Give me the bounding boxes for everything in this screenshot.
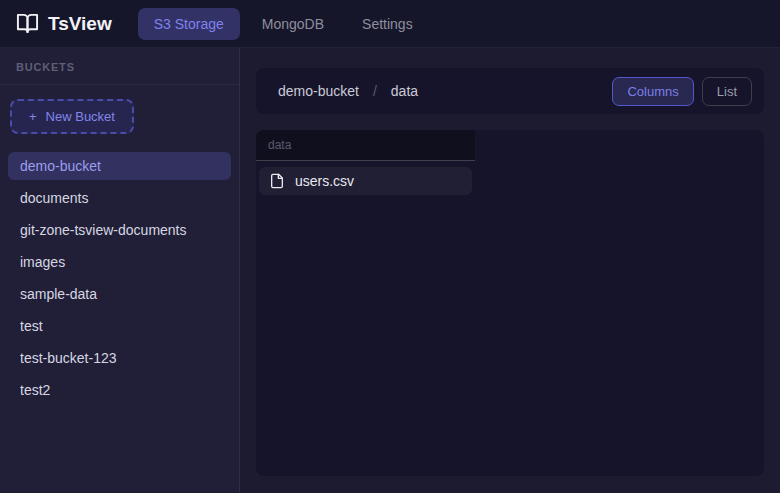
tab-mongodb[interactable]: MongoDB xyxy=(246,8,340,40)
bucket-item-git-zone-tsview-documents[interactable]: git-zone-tsview-documents xyxy=(8,216,231,244)
bucket-list: demo-bucket documents git-zone-tsview-do… xyxy=(0,152,239,404)
file-column-data: data users.csv xyxy=(256,130,475,476)
breadcrumb: demo-bucket / data xyxy=(278,83,418,99)
file-icon xyxy=(269,173,285,189)
tab-s3-storage[interactable]: S3 Storage xyxy=(138,8,240,40)
header-tabs: S3 Storage MongoDB Settings xyxy=(138,8,429,40)
tab-settings[interactable]: Settings xyxy=(346,8,429,40)
breadcrumb-bucket[interactable]: demo-bucket xyxy=(278,83,359,99)
new-bucket-label: New Bucket xyxy=(46,109,115,124)
bucket-item-sample-data[interactable]: sample-data xyxy=(8,280,231,308)
new-bucket-button[interactable]: + New Bucket xyxy=(10,99,134,134)
file-row-users-csv[interactable]: users.csv xyxy=(259,167,472,195)
view-toggle: Columns List xyxy=(612,77,752,106)
bucket-item-images[interactable]: images xyxy=(8,248,231,276)
file-browser-panel: data users.csv xyxy=(256,130,764,476)
main-content: demo-bucket / data Columns List data xyxy=(240,48,780,492)
bucket-item-test2[interactable]: test2 xyxy=(8,376,231,404)
breadcrumb-bar: demo-bucket / data Columns List xyxy=(256,68,764,114)
column-header: data xyxy=(256,130,475,161)
breadcrumb-separator: / xyxy=(373,83,377,99)
bucket-item-documents[interactable]: documents xyxy=(8,184,231,212)
bucket-item-demo-bucket[interactable]: demo-bucket xyxy=(8,152,231,180)
app-logo[interactable]: TsView xyxy=(16,12,112,35)
buckets-section-label: BUCKETS xyxy=(0,48,239,85)
layout: BUCKETS + New Bucket demo-bucket documen… xyxy=(0,48,780,492)
file-name: users.csv xyxy=(295,173,354,189)
columns-view-button[interactable]: Columns xyxy=(612,77,693,106)
plus-icon: + xyxy=(29,109,37,124)
breadcrumb-folder[interactable]: data xyxy=(391,83,418,99)
book-open-icon xyxy=(16,12,39,35)
list-view-button[interactable]: List xyxy=(702,77,752,106)
bucket-item-test[interactable]: test xyxy=(8,312,231,340)
sidebar: BUCKETS + New Bucket demo-bucket documen… xyxy=(0,48,240,492)
app-header: TsView S3 Storage MongoDB Settings xyxy=(0,0,780,48)
app-title: TsView xyxy=(48,13,112,35)
bucket-item-test-bucket-123[interactable]: test-bucket-123 xyxy=(8,344,231,372)
